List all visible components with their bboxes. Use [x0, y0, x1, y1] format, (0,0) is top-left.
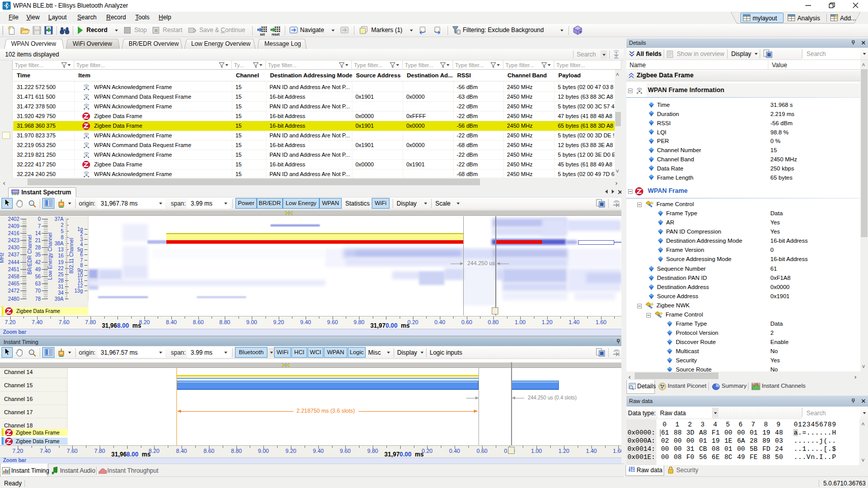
svg-text:reset: reset [272, 33, 280, 36]
svg-text:set: set [260, 33, 265, 36]
svg-text:?: ? [579, 30, 582, 35]
